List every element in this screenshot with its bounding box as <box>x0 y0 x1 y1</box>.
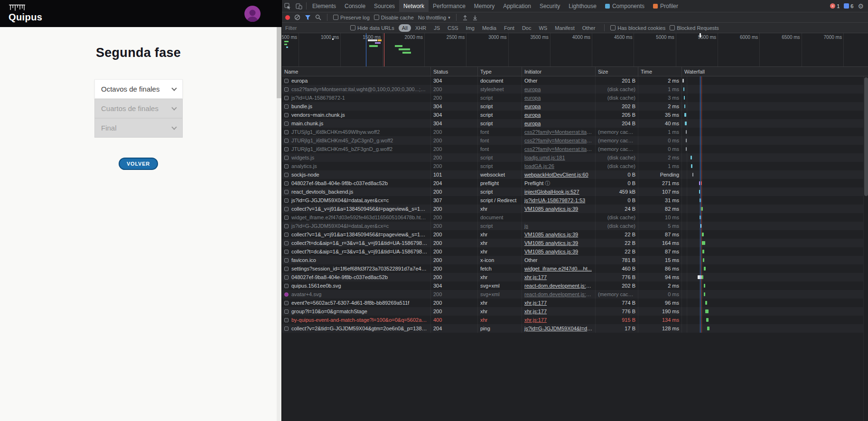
inspect-element-icon[interactable] <box>282 0 293 12</box>
table-row[interactable]: avatar+4.svg200svg+xmlreact-dom.developm… <box>282 290 868 299</box>
filter-funnel-icon[interactable] <box>305 15 311 20</box>
device-toolbar-icon[interactable] <box>293 0 305 12</box>
column-header-type[interactable]: Type <box>478 67 522 76</box>
app-scrollbar[interactable] <box>277 27 281 421</box>
filter-pill-font[interactable]: Font <box>501 24 518 32</box>
request-initiator[interactable]: europa <box>524 95 541 101</box>
error-badge[interactable]: × 1 <box>830 3 840 9</box>
filter-pill-all[interactable]: All <box>399 24 411 32</box>
tab-components[interactable]: Components <box>601 0 649 12</box>
table-row[interactable]: main.chunk.js304scripteuropa204 B40 ms <box>282 119 868 128</box>
tab-sources[interactable]: Sources <box>370 0 399 12</box>
table-row[interactable]: react_devtools_backend.js200scriptinject… <box>282 187 868 196</box>
request-initiator[interactable]: css2?family=Montserrat:ital,... <box>524 129 594 135</box>
request-initiator[interactable]: js <box>524 223 528 229</box>
filter-pill-manifest[interactable]: Manifest <box>551 24 578 32</box>
stage-select-1[interactable]: Cuartos de finales <box>94 99 183 118</box>
request-initiator[interactable]: react-dom.development.js:683 <box>524 283 595 289</box>
tab-security[interactable]: Security <box>535 0 564 12</box>
filter-input[interactable] <box>285 25 346 31</box>
table-row[interactable]: widget_iframe.e2f47d03e592fe463d11656051… <box>282 213 868 222</box>
table-row[interactable]: collect?v=2&tid=G-JGJDM59X04&gtm=2oe6n0&… <box>282 324 868 333</box>
tab-application[interactable]: Application <box>499 0 535 12</box>
table-row[interactable]: collect?v=1&_v=j91&a=1384509456&t=pagevi… <box>282 205 868 213</box>
tab-memory[interactable]: Memory <box>470 0 499 12</box>
tab-profiler[interactable]: Profiler <box>649 0 682 12</box>
table-row[interactable]: by-quipus-event-and-match-stage?l=100&o=… <box>282 316 868 324</box>
stage-select-0[interactable]: Octavos de finales <box>94 79 183 99</box>
request-initiator[interactable]: xhr.js:177 <box>524 274 547 280</box>
table-row[interactable]: JTUSjIg1_i6t8kCHKm459Wlhyw.woff2200fontc… <box>282 128 868 136</box>
table-row[interactable]: quipus.1561ee0b.svg304svg+xmlreact-dom.d… <box>282 281 868 290</box>
search-icon[interactable] <box>315 14 321 20</box>
column-header-name[interactable]: Name <box>282 67 431 76</box>
filter-pill-js[interactable]: JS <box>430 24 443 32</box>
has-blocked-cookies-checkbox[interactable]: Has blocked cookies <box>610 25 665 31</box>
blocked-requests-checkbox[interactable]: Blocked Requests <box>670 25 719 31</box>
table-row[interactable]: css2?family=Montserrat:ital,wght@0,100;0… <box>282 85 868 94</box>
request-initiator[interactable]: loadjs.umd.js:181 <box>524 155 565 160</box>
filter-pill-img[interactable]: Img <box>463 24 478 32</box>
table-row[interactable]: sockjs-node101websocketwebpackHotDevClie… <box>282 170 868 179</box>
request-initiator[interactable]: europa <box>524 121 541 126</box>
record-button[interactable] <box>285 15 290 20</box>
request-initiator[interactable]: VM1085 analytics.js:39 <box>524 240 578 246</box>
table-row[interactable]: group?l=10&o=0&g=matchStage200xhrxhr.js:… <box>282 307 868 316</box>
table-row[interactable]: collect?t=dc&aip=1&_r=3&v=1&_v=j91&tid=U… <box>282 239 868 247</box>
column-header-time[interactable]: Time <box>638 67 682 76</box>
tab-elements[interactable]: Elements <box>308 0 340 12</box>
table-row[interactable]: collect?v=1&_v=j91&a=1384509456&t=pagevi… <box>282 230 868 239</box>
request-initiator[interactable]: europa <box>524 103 541 109</box>
table-row[interactable]: js?id=G-JGJDM59X04&l=dataLayer&cx=c200sc… <box>282 222 868 230</box>
filter-pill-other[interactable]: Other <box>579 24 599 32</box>
request-initiator[interactable]: webpackHotDevClient.js:60 <box>524 172 588 178</box>
devtools-scrollbar-thumb[interactable] <box>864 77 868 196</box>
column-header-initiator[interactable]: Initiator <box>522 67 596 76</box>
tab-network[interactable]: Network <box>399 0 429 12</box>
request-initiator[interactable]: css2?family=Montserrat:ital,... <box>524 146 594 152</box>
disable-cache-checkbox[interactable]: Disable cache <box>374 15 414 20</box>
issues-badge[interactable]: 6 <box>844 3 853 9</box>
request-initiator[interactable]: VM1085 analytics.js:39 <box>524 249 578 254</box>
app-scrollbar-thumb[interactable] <box>277 27 281 98</box>
import-har-icon[interactable] <box>462 15 468 20</box>
table-row[interactable]: vendors~main.chunk.js304scripteuropa205 … <box>282 111 868 119</box>
request-initiator[interactable]: VM1085 analytics.js:39 <box>524 232 578 237</box>
clear-icon[interactable] <box>294 14 300 20</box>
request-initiator[interactable]: europa <box>524 86 541 92</box>
table-row[interactable]: JTURjIg1_i6t8kCHKm45_bZF3gnD_g.woff2200f… <box>282 145 868 153</box>
table-row[interactable]: JTURjIg1_i6t8kCHKm45_ZpC3gnD_g.woff2200f… <box>282 136 868 145</box>
request-initiator[interactable]: react-dom.development.js:683 <box>524 291 595 297</box>
table-row[interactable]: js?id=UA-158679872-1200scripteuropa(disk… <box>282 94 868 102</box>
request-initiator[interactable]: xhr.js:177 <box>524 300 547 306</box>
stage-select-2[interactable]: Final <box>94 118 183 138</box>
hide-data-urls-checkbox[interactable]: Hide data URLs <box>350 25 394 31</box>
column-header-size[interactable]: Size <box>596 67 638 76</box>
export-har-icon[interactable] <box>472 15 478 20</box>
request-initiator[interactable]: VM1085 analytics.js:39 <box>524 206 578 212</box>
request-initiator[interactable]: injectGlobalHook.js:527 <box>524 189 579 195</box>
column-header-waterfall[interactable]: Waterfall <box>682 67 868 76</box>
table-row[interactable]: js?id=G-JGJDM59X04&l=dataLayer&cx=c307sc… <box>282 196 868 205</box>
table-row[interactable]: settings?session_id=1f6ef68fd3f723a70352… <box>282 264 868 273</box>
request-initiator[interactable]: loadGA.js:26 <box>524 163 554 169</box>
table-row[interactable]: collect?t=dc&aip=1&_r=3&v=1&_v=j91&tid=U… <box>282 247 868 256</box>
table-row[interactable]: widgets.js200scriptloadjs.umd.js:181(dis… <box>282 153 868 162</box>
column-header-status[interactable]: Status <box>431 67 478 76</box>
request-initiator[interactable]: europa <box>524 112 541 118</box>
request-initiator[interactable]: xhr.js:177 <box>524 309 547 314</box>
table-row[interactable]: analytics.js200scriptloadGA.js:26(disk c… <box>282 162 868 170</box>
filter-pill-doc[interactable]: Doc <box>519 24 535 32</box>
table-row[interactable]: 048027ef-9ba8-404e-9f8b-c037ed8ac52b204p… <box>282 179 868 187</box>
filter-pill-xhr[interactable]: XHR <box>412 24 429 32</box>
request-initiator[interactable]: css2?family=Montserrat:ital,... <box>524 138 594 143</box>
timeline-overview[interactable]: 500 ms1000 ms1500 ms2000 ms2500 ms3000 m… <box>282 33 868 67</box>
tab-performance[interactable]: Performance <box>429 0 470 12</box>
table-row[interactable]: bundle.js304scripteuropa202 B2 ms <box>282 102 868 111</box>
table-row[interactable]: event?e=5602ac57-6307-4d61-8f8b-bb89269a… <box>282 299 868 307</box>
table-row[interactable]: favicon.ico200x-iconOther781 B15 ms <box>282 256 868 264</box>
table-row[interactable]: 048027ef-9ba8-404e-9f8b-c037ed8ac52b200x… <box>282 273 868 281</box>
table-row[interactable]: europa304documentOther201 B2 ms <box>282 76 868 85</box>
tab-console[interactable]: Console <box>340 0 370 12</box>
request-initiator[interactable]: widget_iframe.e2f47d0....ht... <box>524 266 592 271</box>
